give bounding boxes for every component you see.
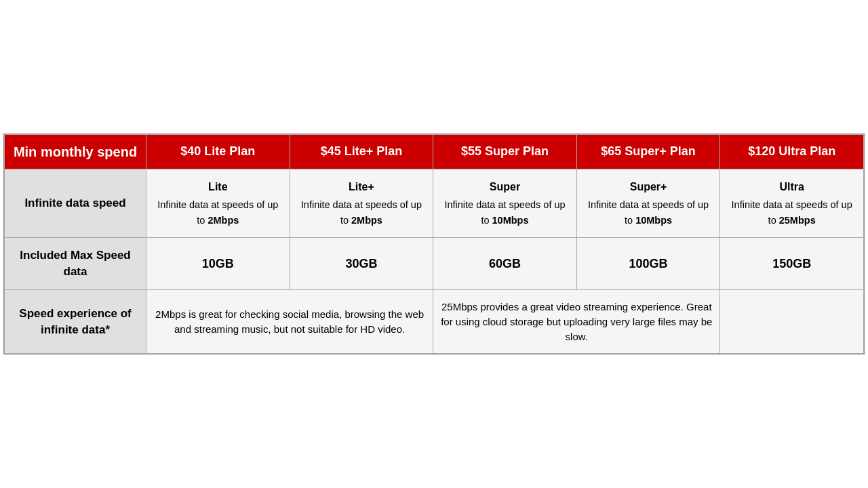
speed-detail-lite: Infinite data at speeds of up to 2Mbps bbox=[157, 199, 278, 226]
row-label-infinite-speed: Infinite data speed bbox=[5, 169, 146, 238]
speed-exp-2mbps: 2Mbps is great for checking social media… bbox=[146, 290, 433, 354]
speed-exp-25mbps bbox=[720, 290, 864, 354]
speed-detail-ultra: Infinite data at speeds of up to 25Mbps bbox=[732, 199, 852, 226]
max-speed-lite: 10GB bbox=[146, 238, 290, 290]
header-plan-3: $65 Super+ Plan bbox=[576, 134, 720, 169]
max-speed-super: 60GB bbox=[433, 238, 577, 290]
speed-detail-liteplus: Infinite data at speeds of up to 2Mbps bbox=[301, 199, 422, 226]
speed-cell-liteplus: Lite+ Infinite data at speeds of up to 2… bbox=[290, 169, 433, 238]
max-speed-val-lite: 10GB bbox=[202, 257, 234, 270]
row-max-speed-data: Included Max Speed data 10GB 30GB 60GB 1… bbox=[5, 238, 864, 290]
row-infinite-data-speed: Infinite data speed Lite Infinite data a… bbox=[5, 169, 864, 238]
max-speed-val-ultra: 150GB bbox=[772, 257, 811, 270]
row-speed-experience: Speed experience of infinite data* 2Mbps… bbox=[5, 290, 864, 354]
speed-cell-lite: Lite Infinite data at speeds of up to 2M… bbox=[146, 169, 290, 238]
speed-exp-10mbps: 25Mbps provides a great video streaming … bbox=[433, 290, 720, 354]
speed-cell-super: Super Infinite data at speeds of up to 1… bbox=[433, 169, 577, 238]
plan-name-lite: Lite bbox=[153, 179, 283, 195]
plan-name-ultra: Ultra bbox=[727, 179, 856, 195]
header-plan-1: $45 Lite+ Plan bbox=[290, 134, 433, 169]
max-speed-val-liteplus: 30GB bbox=[345, 257, 377, 270]
header-plan-4: $120 Ultra Plan bbox=[720, 134, 864, 169]
row-label-max-speed: Included Max Speed data bbox=[5, 238, 146, 290]
max-speed-val-super: 60GB bbox=[489, 257, 521, 270]
speed-cell-superplus: Super+ Infinite data at speeds of up to … bbox=[576, 169, 720, 238]
header-min-spend: Min monthly spend bbox=[5, 134, 146, 169]
speed-bold-superplus: 10Mbps bbox=[635, 215, 672, 226]
row-label-speed-exp: Speed experience of infinite data* bbox=[5, 290, 146, 354]
max-speed-liteplus: 30GB bbox=[290, 238, 433, 290]
speed-bold-liteplus: 2Mbps bbox=[351, 215, 382, 226]
header-plan-2: $55 Super Plan bbox=[433, 134, 577, 169]
max-speed-superplus: 100GB bbox=[576, 238, 720, 290]
speed-detail-superplus: Infinite data at speeds of up to 10Mbps bbox=[588, 199, 709, 226]
speed-bold-super: 10Mbps bbox=[492, 215, 529, 226]
speed-detail-super: Infinite data at speeds of up to 10Mbps bbox=[444, 199, 565, 226]
plan-name-liteplus: Lite+ bbox=[297, 179, 427, 195]
max-speed-ultra: 150GB bbox=[720, 238, 864, 290]
speed-bold-ultra: 25Mbps bbox=[779, 215, 816, 226]
speed-cell-ultra: Ultra Infinite data at speeds of up to 2… bbox=[720, 169, 864, 238]
header-plan-0: $40 Lite Plan bbox=[146, 134, 290, 169]
plan-name-super: Super bbox=[440, 179, 570, 195]
speed-bold-lite: 2Mbps bbox=[208, 215, 239, 226]
header-row: Min monthly spend $40 Lite Plan $45 Lite… bbox=[5, 134, 864, 169]
max-speed-val-superplus: 100GB bbox=[629, 257, 668, 270]
plan-name-superplus: Super+ bbox=[584, 179, 713, 195]
